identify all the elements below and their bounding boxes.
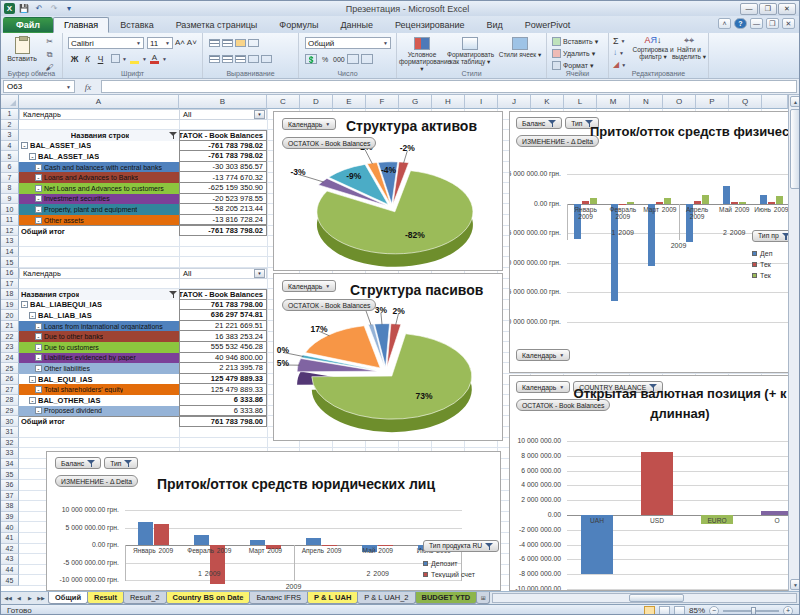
row-header-21[interactable]: 21 [1, 321, 19, 332]
expand-button[interactable]: - [35, 365, 42, 372]
format-as-table-button[interactable]: Форматировать как таблицу ▾ [447, 35, 493, 65]
expand-button[interactable]: - [35, 185, 42, 192]
row-header-14[interactable]: 14 [1, 247, 19, 258]
find-select-button[interactable]: ⌖⌖ Найти и выделить ▾ [667, 36, 711, 60]
cut-icon[interactable]: ✂ [43, 36, 56, 47]
align-right-icon[interactable] [235, 55, 246, 63]
row-header-39[interactable]: 39 [1, 512, 19, 523]
expand-button[interactable]: - [35, 206, 42, 213]
copy-icon[interactable]: ⧉ [43, 49, 56, 60]
horizontal-scrollbar[interactable] [492, 593, 797, 603]
indent-icon[interactable] [248, 55, 259, 63]
currency-position-chart[interactable]: Календарь▼ COUNTRY BALANCE ОСТАТОК - Boo… [509, 375, 789, 591]
save-icon[interactable]: 💾 [18, 3, 30, 14]
sheet-tab-5[interactable]: Баланс IFRS [249, 592, 308, 604]
last-sheet-icon[interactable]: ▶▶ [36, 593, 46, 603]
ribbon-tab-3[interactable]: Вставка [109, 17, 164, 33]
row-header-27[interactable]: 27 [1, 385, 19, 396]
legal-entities-flows-chart[interactable]: Баланс Тип ИЗМЕНЕНИЕ - Δ Delta Приток/от… [46, 451, 501, 591]
row-header-1[interactable]: 1 [1, 109, 19, 120]
expand-button[interactable]: - [35, 333, 42, 340]
font-size-select[interactable]: 11▼ [147, 37, 173, 49]
clear-icon[interactable]: ◢ [613, 60, 619, 69]
doc-restore-button[interactable]: ❒ [766, 18, 779, 29]
row-header-18[interactable]: 18 [1, 289, 19, 300]
ribbon-tab-8[interactable]: Вид [476, 17, 514, 33]
column-header-E[interactable]: E [333, 95, 366, 109]
expand-button[interactable]: - [35, 354, 42, 361]
legend-filter-button[interactable]: Тип пр [752, 230, 789, 242]
row-header-20[interactable]: 20 [1, 310, 19, 321]
row-header-44[interactable]: 44 [1, 565, 19, 576]
column-header-O[interactable]: O [663, 95, 696, 109]
next-sheet-icon[interactable]: ▶ [25, 593, 35, 603]
format-cells-button[interactable]: Формат ▾ [552, 61, 593, 70]
sheet-tab-3[interactable]: Result_2 [123, 592, 167, 604]
column-header-L[interactable]: L [564, 95, 597, 109]
paste-button[interactable]: Вставить [5, 35, 39, 62]
row-header-43[interactable]: 43 [1, 554, 19, 565]
row-header-10[interactable]: 10 [1, 204, 19, 215]
ribbon-tab-9[interactable]: PowerPivot [514, 17, 582, 33]
zoom-in-button[interactable]: + [783, 606, 793, 615]
align-top-icon[interactable] [209, 39, 220, 47]
qat-dropdown-icon[interactable]: ▾ [63, 3, 75, 14]
delete-cells-button[interactable]: Удалить ▾ [552, 49, 595, 58]
formula-input[interactable] [101, 80, 797, 93]
page-break-view-button[interactable] [674, 606, 685, 615]
liabilities-pie-chart[interactable]: 3%2%73%5%0%17%0% Структура пасивов Кален… [273, 273, 503, 441]
row-header-13[interactable]: 13 [1, 236, 19, 247]
column-header-G[interactable]: G [399, 95, 432, 109]
dropdown-arrow-icon[interactable]: ▼ [254, 110, 265, 119]
column-header-K[interactable]: K [531, 95, 564, 109]
sheet-tab-4[interactable]: Country BS on Date [166, 592, 251, 604]
cell-styles-button[interactable]: Стили ячеек ▾ [497, 35, 543, 58]
scroll-up-icon[interactable]: ▲ [790, 96, 800, 107]
row-header-36[interactable]: 36 [1, 480, 19, 491]
zoom-out-button[interactable]: − [709, 606, 719, 615]
normal-view-button[interactable] [644, 606, 655, 615]
collapse-ribbon-icon[interactable]: ˄ [718, 18, 731, 29]
row-header-5[interactable]: 5 [1, 151, 19, 162]
expand-button[interactable]: - [35, 386, 42, 393]
ribbon-tab-6[interactable]: Данные [329, 17, 384, 33]
individuals-flows-chart[interactable]: Баланс Тип ИЗМЕНЕНИЕ - Δ Delta Приток/от… [509, 111, 789, 373]
horizontal-scroll-thumb[interactable] [629, 594, 684, 602]
number-format-select[interactable]: Общий▼ [305, 37, 391, 49]
doc-minimize-button[interactable]: — [750, 18, 763, 29]
row-header-17[interactable]: 17 [1, 279, 19, 290]
insert-cells-button[interactable]: Вставить ▾ [552, 37, 598, 46]
assets-pie-chart[interactable]: -4%-2%-82%-3%-9%-2% Структура активов Ка… [273, 111, 503, 271]
first-sheet-icon[interactable]: ◀◀ [3, 593, 13, 603]
expand-button[interactable]: - [35, 344, 42, 351]
zoom-slider[interactable] [723, 610, 779, 612]
calendar-filter-button[interactable]: Календарь▼ [282, 118, 336, 130]
pivot-filter-value[interactable]: All▼ [179, 109, 267, 120]
row-header-30[interactable]: 30 [1, 416, 19, 427]
row-header-38[interactable]: 38 [1, 501, 19, 512]
expand-button[interactable]: - [35, 174, 42, 181]
row-header-32[interactable]: 32 [1, 438, 19, 449]
increase-decimal-icon[interactable] [347, 54, 359, 64]
column-header-N[interactable]: N [630, 95, 663, 109]
calendar-filter-button[interactable]: Календарь▼ [516, 349, 570, 361]
row-header-11[interactable]: 11 [1, 215, 19, 226]
row-header-37[interactable]: 37 [1, 491, 19, 502]
decrease-decimal-icon[interactable] [361, 54, 373, 64]
filter-icon[interactable] [169, 290, 177, 298]
row-header-35[interactable]: 35 [1, 469, 19, 480]
merge-center-icon[interactable] [261, 55, 272, 63]
pivot-filter-value[interactable]: All▼ [179, 268, 267, 279]
close-button[interactable]: ✕ [778, 3, 796, 15]
row-header-29[interactable]: 29 [1, 406, 19, 417]
percent-icon[interactable]: % [319, 56, 331, 63]
bold-button[interactable]: Ж [69, 53, 80, 64]
italic-button[interactable]: К [82, 53, 93, 64]
expand-button[interactable]: - [35, 323, 42, 330]
sheet-tab-8[interactable]: BUDGET YTD [415, 592, 478, 604]
ribbon-tab-2[interactable]: Главная [53, 17, 109, 33]
select-all-corner[interactable] [1, 95, 19, 109]
row-header-31[interactable]: 31 [1, 427, 19, 438]
thousands-icon[interactable]: 000 [333, 56, 345, 63]
sheet-tab-7[interactable]: P & L UAH_2 [357, 592, 415, 604]
